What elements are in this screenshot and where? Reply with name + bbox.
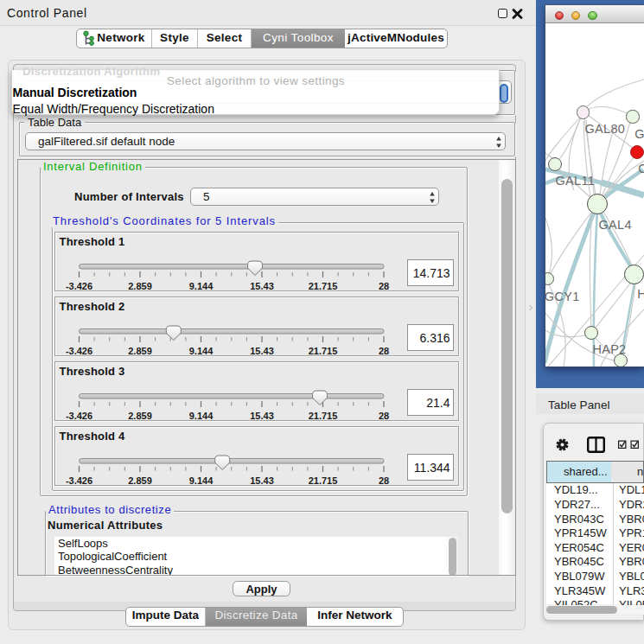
svg-text:28: 28	[378, 346, 388, 356]
svg-text:15.43: 15.43	[250, 346, 274, 356]
svg-text:-3.426: -3.426	[65, 475, 92, 486]
svg-text:21.715: 21.715	[308, 346, 337, 356]
svg-text:15.43: 15.43	[250, 475, 274, 486]
svg-text:2.859: 2.859	[128, 411, 152, 421]
svg-text:2.859: 2.859	[128, 346, 152, 356]
svg-text:2.859: 2.859	[128, 475, 152, 486]
svg-text:9.144: 9.144	[188, 346, 213, 356]
svg-text:9.144: 9.144	[188, 475, 213, 486]
svg-text:9.144: 9.144	[188, 281, 213, 291]
svg-text:-3.426: -3.426	[65, 281, 92, 291]
svg-text:-3.426: -3.426	[65, 346, 92, 356]
svg-text:28: 28	[378, 281, 388, 291]
svg-text:15.43: 15.43	[250, 281, 274, 291]
svg-text:21.715: 21.715	[308, 411, 337, 421]
svg-text:9.144: 9.144	[188, 411, 213, 421]
svg-text:28: 28	[378, 475, 388, 486]
svg-text:2.859: 2.859	[128, 281, 152, 291]
svg-text:28: 28	[378, 411, 388, 421]
svg-text:15.43: 15.43	[250, 411, 274, 421]
svg-text:21.715: 21.715	[308, 281, 337, 291]
svg-text:-3.426: -3.426	[65, 411, 92, 421]
svg-text:21.715: 21.715	[308, 475, 337, 486]
